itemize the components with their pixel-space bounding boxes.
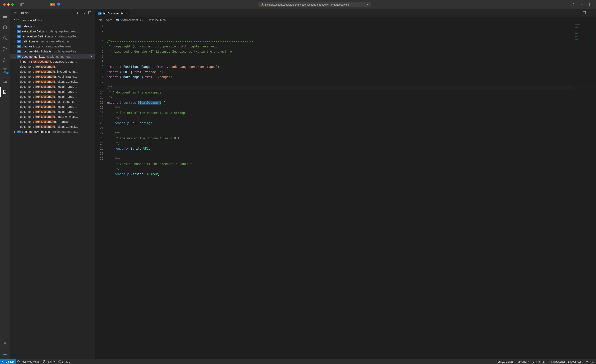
tab-label: textDocument.ts (103, 12, 123, 15)
collapse-icon[interactable] (88, 11, 91, 15)
settings-gear-icon[interactable] (0, 349, 10, 359)
encoding[interactable]: UTF-8 (531, 359, 542, 364)
ref-match[interactable]: document: ITextDocument, token: Cancel… (10, 124, 95, 129)
notifications-icon[interactable] (590, 359, 596, 364)
ref-match[interactable]: document: ITextDocument, link: string, l… (10, 69, 95, 74)
bc-file[interactable]: textDocument.ts (120, 18, 141, 22)
remote-indicator[interactable]: GitHub (0, 359, 16, 364)
new-tab-icon[interactable]: ＋ (580, 2, 584, 7)
tab-textdocument[interactable]: TS textDocument.ts ✕ (95, 9, 130, 17)
chevron-right-icon[interactable]: › (13, 130, 16, 133)
reload-icon[interactable]: ⟳ (366, 3, 368, 6)
ref-file-row[interactable]: ⌄ TS documentLinks.ts src/languageFeat… … (10, 54, 95, 59)
svg-point-33 (43, 362, 44, 363)
tab-overview-icon[interactable] (588, 2, 593, 7)
run-debug-icon[interactable] (0, 55, 10, 65)
chevron-down-icon[interactable]: ⌄ (13, 55, 16, 58)
chevron-right-icon[interactable]: › (13, 50, 16, 53)
chevron-right-icon[interactable]: › (13, 25, 16, 28)
explorer-icon[interactable] (0, 22, 10, 32)
search-icon[interactable] (0, 33, 10, 43)
line-numbers: 1234567891011121314151617181920212223242… (95, 23, 107, 359)
clear-icon[interactable] (82, 11, 85, 15)
minimap[interactable]: ▬▬▬▬▬▬▬▬▬▬▬▬▬▬▬▬▬▬▬▬▬▬▬▬▬▬▬▬▬▬▬▬▬▬▬▬▬▬▬▬… (574, 23, 596, 359)
tab-size[interactable]: Tab Size: 4 (515, 359, 531, 364)
more-actions-icon[interactable]: ··· (589, 11, 593, 15)
svg-point-34 (44, 361, 45, 361)
refresh-icon[interactable]: ↻ (77, 11, 80, 15)
code-content[interactable]: /*--------------------------------------… (107, 23, 596, 359)
restricted-mode[interactable]: Restricted Mode (16, 359, 41, 364)
eol[interactable]: LF (542, 359, 548, 364)
remote-explorer-icon[interactable] (0, 76, 10, 86)
ref-match[interactable]: document: ITextDocument, noLinkRange… (10, 94, 95, 99)
ts-file-icon: TS (17, 50, 21, 53)
git-branch[interactable]: main ⟳ (41, 359, 57, 364)
ref-file-row[interactable]: › TS diagnostics.ts src/languageFeatures (10, 44, 95, 49)
minimize-window[interactable] (7, 3, 10, 6)
ref-match[interactable]: document: ITextDocument, noLinkRange… (10, 89, 95, 94)
ts-file-icon: TS (17, 35, 21, 38)
ref-file-row[interactable]: › TS extractLinkDef.ts src/languageFeatu… (10, 29, 95, 34)
svg-rect-28 (89, 12, 91, 14)
ref-match[interactable]: document: ITextDocument, noLinkRange… (10, 104, 95, 109)
ref-match[interactable]: document: ITextDocument, noLinkRange… (10, 84, 95, 89)
extensions-icon[interactable]: 1 (0, 66, 10, 75)
ref-file-row[interactable]: › TS index.ts src (10, 24, 95, 29)
references-icon[interactable] (0, 87, 10, 97)
ref-match[interactable]: import { ITextDocument, getDocUri, getLi… (10, 59, 95, 64)
code-editor[interactable]: 1234567891011121314151617181920212223242… (95, 23, 596, 359)
chevron-right-icon[interactable]: › (13, 40, 16, 43)
source-control-icon[interactable] (0, 44, 10, 54)
more-icon[interactable]: ··· (0, 98, 10, 108)
ts-file-icon: TS (17, 25, 21, 28)
problems[interactable]: ⓧ1 ⚠0 (57, 359, 71, 364)
url-bar[interactable]: 🔒 insiders.vscode.dev/github/microsoft/v… (259, 2, 371, 7)
menu-icon[interactable] (0, 12, 10, 21)
svg-point-6 (3, 37, 6, 39)
ref-match[interactable]: document: ITextDocument): NoLinkRang… (10, 74, 95, 79)
ref-filename: diagnostics.ts (22, 45, 40, 48)
chevron-right-icon[interactable]: › (13, 30, 16, 33)
ref-file-row[interactable]: › TS documentHighlights.ts src/languageF… (10, 49, 95, 54)
references-sidebar: REFERENCES ↻ 137 results in 24 files › T… (10, 9, 95, 359)
chevron-right-icon[interactable]: › (13, 35, 16, 38)
sidebar-toggle-icon[interactable]: ⌄ (20, 2, 27, 7)
cursor-position[interactable]: Ln 13, Col 21 (496, 359, 515, 364)
ref-file-row[interactable]: › TS definitions.ts src/languageFeatures (10, 39, 95, 44)
bc-src[interactable]: src (99, 18, 103, 22)
chevron-right-icon[interactable]: › (13, 45, 16, 48)
ref-file-row[interactable]: › TS documentSymbols.ts src/languageFeat… (10, 129, 95, 134)
shield-icon[interactable]: ⛊ (57, 3, 60, 6)
chevron-right-icon: › (142, 18, 143, 22)
keyboard-layout[interactable]: Layout: U.S. (566, 359, 584, 364)
svg-rect-13 (3, 71, 5, 72)
ref-match[interactable]: document: ITextDocument, token: Cancel… (10, 79, 95, 84)
browser-titlebar: ⌄ 〈 〉 ABP ⛊ 🔒 insiders.vscode.dev/github… (0, 0, 596, 9)
adblock-icon[interactable]: ABP (50, 3, 55, 6)
share-icon[interactable] (572, 2, 576, 7)
sync-icon[interactable]: ⟳ (53, 360, 55, 363)
ref-match[interactable]: document: ITextDocument, (10, 64, 95, 69)
bc-symbol[interactable]: ITextDocument (148, 18, 166, 22)
language-mode[interactable]: { } TypeScript (548, 359, 566, 364)
ref-match[interactable]: document: ITextDocument, noLinkRange… (10, 109, 95, 114)
url-text: insiders.vscode.dev/github/microsoft/vsc… (265, 3, 349, 6)
ref-match[interactable]: document: ITextDocument): Promise (10, 119, 95, 124)
ref-file-row[interactable]: › TS removeLinkDefinition.ts src/languag… (10, 34, 95, 39)
nav-forward-icon[interactable]: 〉 (39, 2, 44, 7)
nav-back-icon[interactable]: 〈 (31, 2, 36, 7)
maximize-window[interactable] (11, 3, 14, 6)
close-icon[interactable]: ✕ (89, 55, 94, 58)
ref-match[interactable]: document: ITextDocument, text: string, s… (10, 99, 95, 104)
ref-match[interactable]: document: ITextDocument, node: HTMLE… (10, 114, 95, 119)
ref-filepath: src/languageFeatures (42, 45, 71, 48)
feedback-icon[interactable] (584, 359, 590, 364)
account-icon[interactable] (0, 339, 10, 348)
tab-close-icon[interactable]: ✕ (125, 12, 127, 15)
close-window[interactable] (3, 3, 6, 6)
bc-types[interactable]: types (106, 18, 112, 22)
ref-filename: definitions.ts (22, 40, 39, 43)
split-editor-icon[interactable] (583, 11, 586, 15)
breadcrumbs[interactable]: src › types › TS textDocument.ts › ⊶ ITe… (95, 17, 596, 23)
